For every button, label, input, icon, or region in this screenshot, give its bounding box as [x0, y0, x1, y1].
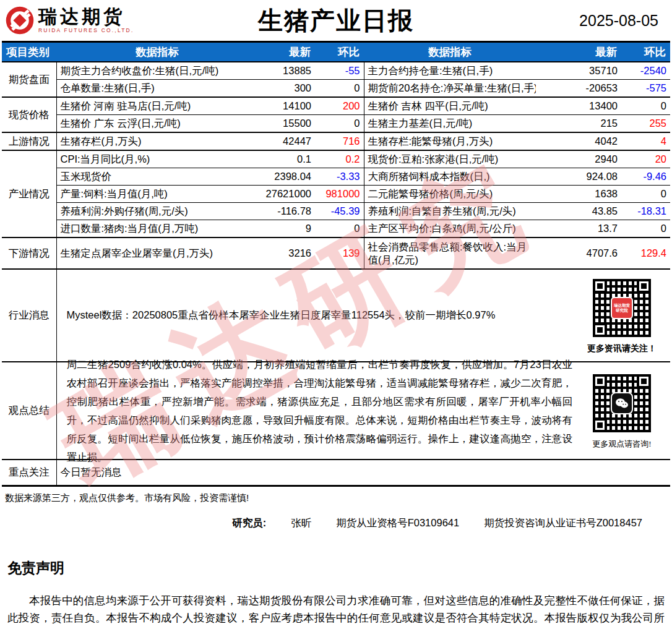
table-row: 现货价格 生猪价 河南 驻马店(日,元/吨) 14100 200 生猪价 吉林 …	[2, 97, 670, 115]
latest-value: 9	[258, 220, 315, 238]
chg-value: -3.33	[315, 168, 364, 186]
group-industry: 产业情况 CPI:当月同比(月,%) 0.1 0.2 现货价:豆粕:张家港(日,…	[2, 150, 670, 237]
indicator-name: 生猪定点屠宰企业屠宰量(月,万头)	[56, 237, 258, 269]
summary-cell: 周二生猪2509合约收涨0.04%。供应端，月初养殖端短暂缩量后，出栏节奏再度恢…	[56, 362, 670, 460]
indicator-name: 生猪存栏:能繁母猪(月,万头)	[364, 132, 536, 150]
indicator-name: 期货主力合约收盘价:生猪(日,元/吨)	[56, 62, 258, 80]
latest-value: 1638	[536, 186, 621, 203]
latest-value: 4042	[536, 132, 621, 150]
report-date: 2025-08-05	[579, 12, 667, 30]
category-label: 重点关注	[2, 460, 56, 486]
logo-company-name-en: RUIDA FUTURES CO.,LTD.	[38, 28, 134, 33]
indicator-name: 仓单数量:生猪(日,手)	[56, 80, 258, 98]
latest-value: 2398.04	[258, 168, 315, 186]
indicator-name: 二元能繁母猪价格(周,元/头)	[364, 186, 536, 203]
chg-value: 0	[315, 220, 364, 238]
qr-finder-icon	[637, 374, 651, 388]
latest-value: 35710	[536, 62, 621, 80]
chg-value: 129.4	[621, 237, 670, 269]
indicator-name: 养殖利润:外购仔猪(周,元/头)	[56, 203, 258, 220]
category-label: 下游情况	[2, 237, 56, 269]
data-table: 项目类别 数据指标 最新 环比 数据指标 最新 环比 期货盘面 期货主力合约收盘…	[2, 41, 670, 487]
category-label: 行业消息	[2, 269, 56, 362]
source-note: 数据来源第三方，观点仅供参考。市场有风险，投资需谨慎!	[5, 492, 667, 504]
latest-value: 0.1	[258, 150, 315, 168]
col-header-chg-left: 环比	[315, 42, 364, 62]
table-row: 养殖利润:外购仔猪(周,元/头) -116.78 -45.39 养殖利润:自繁自…	[2, 203, 670, 220]
latest-value: 924.08	[536, 168, 621, 186]
table-row: 玉米现货价 2398.04 -3.33 大商所猪饲料成本指数(日,) 924.0…	[2, 168, 670, 186]
category-label: 产业情况	[2, 150, 56, 237]
table-row: 仓单数量:生猪(日,手) 300 0 期货前20名持仓:净买单量:生猪(日,手)…	[2, 80, 670, 98]
indicator-name: 生猪价 广东 云浮(日,元/吨)	[56, 115, 258, 133]
category-label: 现货价格	[2, 97, 56, 132]
category-label: 上游情况	[2, 132, 56, 150]
qr-caption: 更多观点请咨询!	[592, 439, 651, 450]
table-row: 进口数量:猪肉:当月值(月,万吨) 9 0 主产区平均价:白条鸡(周,元/公斤)…	[2, 220, 670, 238]
latest-value: 4707.6	[536, 237, 621, 269]
indicator-name: 大商所猪饲料成本指数(日,)	[364, 168, 536, 186]
ruida-logo-icon	[5, 6, 35, 35]
indicator-name: CPI:当月同比(月,%)	[56, 150, 258, 168]
chg-value: 0	[315, 115, 364, 133]
latest-value: 14100	[258, 97, 315, 115]
qr-caption: 更多资讯请关注！	[587, 343, 657, 354]
summary-text: 周二生猪2509合约收涨0.04%。供应端，月初养殖端短暂缩量后，出栏节奏再度恢…	[61, 353, 582, 469]
disclaimer-heading: 免责声明	[7, 558, 665, 578]
chg-value: 139	[315, 237, 364, 269]
category-label: 期货盘面	[2, 62, 56, 97]
chg-value: 255	[621, 115, 670, 133]
chg-value: -2540	[621, 62, 670, 80]
table-row: 产业情况 CPI:当月同比(月,%) 0.1 0.2 现货价:豆粕:张家港(日,…	[2, 150, 670, 168]
news-cell: Mysteel数据：20250805重点省份样本屠宰企业生猪日度屠宰量11255…	[56, 269, 670, 362]
chg-value: 20	[621, 150, 670, 168]
report-header: 瑞达期货 RUIDA FUTURES CO.,LTD. 生猪产业日报 2025-…	[0, 0, 672, 41]
indicator-name: 主产区平均价:白条鸡(周,元/公斤)	[364, 220, 536, 238]
latest-value: -116.78	[258, 203, 315, 220]
researcher-advisor-cert: 期货投资咨询从业证书号Z0018457	[484, 516, 642, 530]
latest-value: 15500	[258, 115, 315, 133]
chg-value: 4	[621, 132, 670, 150]
table-row: 生猪价 广东 云浮(日,元/吨) 15500 0 生猪主力基差(日,元/吨) 2…	[2, 115, 670, 133]
report-page: 瑞达研究 瑞达期货 RUIDA FUTURES CO.,LTD. 生猪产业日报 …	[0, 0, 672, 629]
group-downstream: 下游情况 生猪定点屠宰企业屠宰量(月,万头) 3216 139 社会消费品零售总…	[2, 237, 670, 269]
table-row: 产量:饲料:当月值(月,吨) 27621000 981000 二元能繁母猪价格(…	[2, 186, 670, 203]
col-header-indicator-right: 数据指标	[364, 42, 536, 62]
summary-qr-block: 更多观点请咨询!	[581, 372, 666, 450]
latest-value: 13400	[536, 97, 621, 115]
indicator-name: 生猪主力基差(日,元/吨)	[364, 115, 536, 133]
qr-finder-icon	[593, 323, 607, 337]
qr-finder-icon	[637, 279, 651, 293]
indicator-name: 生猪存栏(月,万头)	[56, 132, 258, 150]
indicator-name: 玉米现货价	[56, 168, 258, 186]
researcher-qualification: 期货从业资格号F03109641	[336, 516, 459, 530]
latest-value: 13.7	[536, 220, 621, 238]
logo-text: 瑞达期货 RUIDA FUTURES CO.,LTD.	[38, 7, 134, 33]
category-label: 观点总结	[2, 362, 56, 460]
news-qr-block: 瑞达期货研究院 更多资讯请关注！	[581, 276, 666, 354]
latest-value: 42447	[258, 132, 315, 150]
researcher-label: 研究员:	[232, 516, 266, 530]
indicator-name: 生猪价 河南 驻马店(日,元/吨)	[56, 97, 258, 115]
qr-code-wechat	[593, 374, 651, 432]
indicator-name: 期货前20名持仓:净买单量:生猪(日,手)	[364, 80, 536, 98]
chg-value: -18.31	[621, 203, 670, 220]
chg-value: 716	[315, 132, 364, 150]
indicator-name: 产量:饲料:当月值(月,吨)	[56, 186, 258, 203]
latest-value: 215	[536, 115, 621, 133]
chg-value: 200	[315, 97, 364, 115]
latest-value: -20653	[536, 80, 621, 98]
latest-value: 27621000	[258, 186, 315, 203]
researcher-line: 研究员: 张昕 期货从业资格号F03109641 期货投资咨询从业证书号Z001…	[0, 516, 672, 530]
chg-value: 0.2	[315, 150, 364, 168]
qr-finder-icon	[593, 374, 607, 388]
indicator-name: 生猪价 吉林 四平(日,元/吨)	[364, 97, 536, 115]
chg-value: -9.46	[621, 168, 670, 186]
table-row: 期货盘面 期货主力合约收盘价:生猪(日,元/吨) 13885 -55 主力合约持…	[2, 62, 670, 80]
latest-value: 3216	[258, 237, 315, 269]
indicator-name: 社会消费品零售总额:餐饮收入:当月值(月,亿元)	[364, 237, 536, 269]
col-header-category: 项目类别	[2, 42, 56, 62]
news-text: Mysteel数据：20250805重点省份样本屠宰企业生猪日度屠宰量11255…	[61, 309, 582, 322]
wechat-icon	[611, 392, 633, 414]
latest-value: 13885	[258, 62, 315, 80]
